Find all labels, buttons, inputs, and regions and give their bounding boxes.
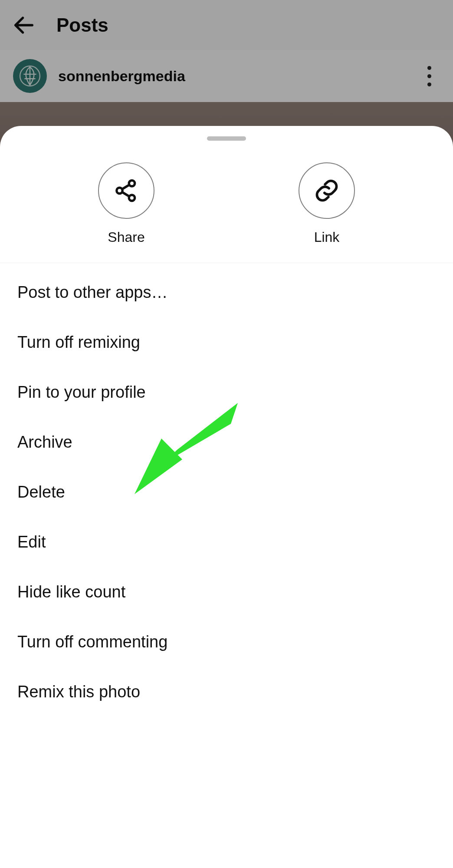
link-icon (313, 177, 340, 204)
menu-item-pin-to-profile[interactable]: Pin to your profile (0, 367, 453, 417)
menu-item-turn-off-commenting[interactable]: Turn off commenting (0, 617, 453, 667)
menu-item-archive[interactable]: Archive (0, 417, 453, 467)
menu-item-turn-off-remixing[interactable]: Turn off remixing (0, 317, 453, 367)
quick-actions-row: Share Link (0, 154, 453, 263)
link-button[interactable]: Link (299, 162, 355, 245)
svg-point-1 (129, 180, 135, 186)
menu-item-delete[interactable]: Delete (0, 467, 453, 517)
share-icon (113, 177, 140, 204)
share-label: Share (108, 229, 144, 245)
menu-list: Post to other apps… Turn off remixing Pi… (0, 263, 453, 717)
menu-item-hide-like-count[interactable]: Hide like count (0, 567, 453, 617)
menu-item-post-to-other-apps[interactable]: Post to other apps… (0, 267, 453, 317)
drag-handle[interactable] (207, 136, 246, 141)
share-button[interactable]: Share (98, 162, 154, 245)
menu-item-edit[interactable]: Edit (0, 517, 453, 567)
menu-item-remix-this-photo[interactable]: Remix this photo (0, 667, 453, 717)
svg-point-3 (129, 195, 135, 201)
action-sheet: Share Link Post to other apps… Turn off … (0, 126, 453, 868)
link-label: Link (314, 229, 340, 245)
svg-point-2 (117, 188, 122, 193)
